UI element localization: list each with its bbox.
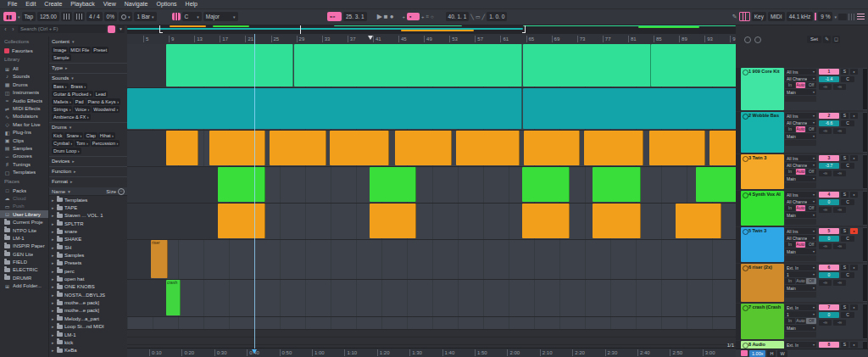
cpu-caret-icon[interactable]: ▾	[834, 14, 837, 20]
monitor-auto[interactable]: Auto	[796, 318, 806, 324]
track-name-6-riser-2x[interactable]: 6 riser (2x)	[741, 264, 784, 302]
unfold-icon[interactable]	[743, 156, 748, 162]
arm-button[interactable]: ●	[850, 113, 858, 119]
file-row-melody-a-part[interactable]: ▸Melody...a_part	[49, 315, 127, 322]
expand-triangle-icon[interactable]: ▸	[52, 332, 55, 337]
expand-triangle-icon[interactable]: ▸	[52, 276, 55, 282]
filter-chip-voice[interactable]: Voice ›	[73, 106, 91, 113]
clip-track2-0[interactable]	[127, 88, 522, 129]
send-knob[interactable]: -∞	[819, 128, 832, 134]
clip-track1-1[interactable]	[294, 44, 523, 86]
sidebar-item-sounds[interactable]: ♪Sounds	[0, 73, 48, 81]
expand-triangle-icon[interactable]: ▸	[52, 205, 55, 210]
expand-triangle-icon[interactable]: ▸	[52, 324, 55, 329]
file-row-tape[interactable]: ▸TAPE	[49, 204, 127, 211]
filter-chip-strings[interactable]: Strings ›	[52, 106, 72, 113]
browser-forward-icon[interactable]: ›	[10, 26, 16, 32]
sidebar-item-inspir-paper[interactable]: INSPIR Paper	[0, 243, 48, 250]
clip-track4-2[interactable]	[522, 167, 570, 202]
sidebar-item-field[interactable]: FIELD	[0, 258, 48, 265]
monitor-auto[interactable]: Auto	[796, 169, 806, 175]
extra-chooser[interactable]	[785, 292, 816, 298]
menu-item-edit[interactable]: Edit	[21, 0, 40, 8]
expand-triangle-icon[interactable]: ▸	[52, 308, 55, 313]
midi-map-button[interactable]: MIDI	[768, 12, 785, 21]
sidebar-item-ntpo-lite[interactable]: NTPO Lite	[0, 226, 48, 234]
clip-track5-0[interactable]	[218, 204, 265, 238]
file-row-mothe-e-pack[interactable]: ▸mothe...e pack]	[49, 298, 127, 306]
solo-button[interactable]: S	[841, 155, 849, 161]
file-name-header[interactable]: Name	[52, 189, 65, 194]
pan-display[interactable]: C	[841, 272, 854, 278]
track-activator-button[interactable]: 7	[819, 304, 839, 310]
monitor-auto[interactable]: Auto	[796, 126, 806, 132]
clip-track3-5[interactable]	[456, 131, 520, 165]
arm-button[interactable]: ●	[850, 228, 858, 234]
file-row-one-knobs[interactable]: ▸ONE KNOBS	[49, 283, 127, 291]
unfold-icon[interactable]	[743, 343, 748, 349]
monitor-in[interactable]: In	[785, 205, 795, 211]
draw-mode-icon[interactable]: ✎	[732, 14, 737, 20]
expand-triangle-icon[interactable]: ▸	[52, 293, 55, 298]
menu-item-options[interactable]: Options	[152, 0, 181, 8]
filter-group-header-type[interactable]: Type▸	[52, 65, 125, 71]
track-activator-button[interactable]: 8	[819, 342, 839, 348]
output-chooser[interactable]: Main▾	[785, 89, 816, 95]
sidebar-item-samples[interactable]: ▤Samples	[0, 144, 48, 152]
unfold-icon[interactable]	[743, 114, 748, 120]
file-row-open-hat[interactable]: ▸open hat	[49, 275, 127, 282]
pan-display[interactable]: C	[841, 163, 854, 169]
clip-track3-6[interactable]	[524, 131, 580, 165]
file-row-shake[interactable]: ▸SHAKE	[49, 236, 127, 243]
track-activator-button[interactable]: 5	[819, 228, 839, 234]
clip-track3-0[interactable]	[166, 131, 198, 165]
output-chooser[interactable]: Main▾	[785, 285, 816, 291]
nudge-down-button[interactable]	[61, 12, 72, 21]
lane-track-3[interactable]	[127, 131, 736, 166]
monitor-off[interactable]: Off	[806, 242, 816, 248]
output-chooser[interactable]: Main▾	[785, 176, 816, 181]
send-knob[interactable]: -∞	[819, 320, 832, 326]
monitor-auto[interactable]: Auto	[796, 82, 806, 88]
extra-chooser[interactable]	[785, 332, 816, 337]
filter-chip-clap[interactable]: Clap	[84, 132, 97, 139]
solo-button[interactable]: S	[841, 265, 849, 271]
filter-chip-bass[interactable]: Bass ›	[52, 83, 69, 90]
input-channel-chooser[interactable]: All Channe▾	[785, 198, 816, 204]
loop-start-display[interactable]: 40. 1. 1	[446, 12, 470, 21]
sidebar-item-add-folder[interactable]: ⊞Add Folder...	[0, 282, 48, 290]
arm-button[interactable]: ●	[850, 192, 858, 198]
input-type-chooser[interactable]: All Ins▾	[785, 228, 816, 234]
clip-track4-1[interactable]	[370, 167, 417, 202]
solo-button[interactable]: S	[841, 192, 849, 198]
input-type-chooser[interactable]: Ext. In▾	[785, 342, 816, 348]
expand-triangle-icon[interactable]: ▸	[52, 348, 55, 353]
play-button[interactable]: ▶	[377, 13, 382, 20]
set-button[interactable]: Set	[807, 36, 821, 43]
monitor-auto[interactable]: Auto	[796, 205, 806, 211]
menu-hamburger-icon[interactable]	[857, 14, 865, 20]
send-knob[interactable]: -∞	[819, 84, 832, 90]
sidebar-item-lm-1[interactable]: LM-1	[0, 234, 48, 242]
monitor-off[interactable]: Off	[806, 278, 816, 284]
arm-button[interactable]: ●	[850, 69, 858, 75]
file-row-snare[interactable]: ▸snare	[49, 227, 127, 235]
track-activator-button[interactable]: 6	[819, 265, 839, 271]
sidebar-item-drums[interactable]: ▦Drums	[0, 81, 48, 88]
zoom-width-button[interactable]: W	[777, 350, 787, 357]
input-channel-chooser[interactable]: All Channe▾	[785, 120, 816, 126]
sidebar-item-midi-effects[interactable]: ⇄MIDI Effects	[0, 104, 48, 112]
file-row-mothe-e-pack[interactable]: ▸mothe...e pack]	[49, 307, 127, 315]
track-name-2-wobble-bas[interactable]: 2 Wobble Bas	[741, 112, 784, 153]
file-row-nosta-dbyljs[interactable]: ▸NOSTA...DBYLJS	[49, 291, 127, 298]
zoom-level[interactable]: 1.00x	[749, 350, 765, 357]
tempo-display[interactable]: 125.00	[37, 12, 59, 21]
clip-track3-3[interactable]	[330, 131, 389, 165]
sidebar-item-grooves[interactable]: ∽Grooves	[0, 153, 48, 160]
input-channel-chooser[interactable]: All Channe▾	[785, 235, 816, 241]
stop-button[interactable]: ■	[384, 13, 388, 20]
sidebar-item-templates[interactable]: ▢Templates	[0, 168, 48, 176]
pan-display[interactable]: C	[841, 199, 854, 205]
filter-chip-preset[interactable]: Preset	[92, 47, 108, 53]
sidebar-item-plug-ins[interactable]: ◧Plug-Ins	[0, 129, 48, 137]
